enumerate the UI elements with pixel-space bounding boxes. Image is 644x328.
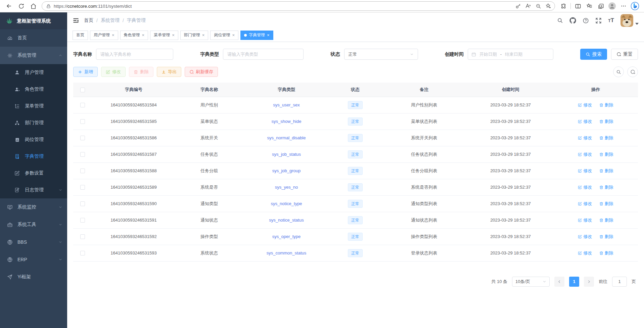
dict-type-link[interactable]: sys_show_hide bbox=[272, 119, 302, 124]
favorites-bar-icon[interactable] bbox=[584, 1, 595, 11]
reset-button[interactable]: 重置 bbox=[611, 49, 638, 60]
row-edit-link[interactable]: 修改 bbox=[578, 119, 592, 125]
row-edit-link[interactable]: 修改 bbox=[578, 201, 592, 207]
browser-refresh-button[interactable] bbox=[15, 1, 27, 11]
select-all-checkbox[interactable] bbox=[80, 88, 85, 92]
dict-type-link[interactable]: sys_job_status bbox=[272, 152, 301, 157]
delete-button[interactable]: 删除 bbox=[129, 67, 153, 77]
prev-page-button[interactable] bbox=[554, 277, 564, 287]
row-delete-link[interactable]: 删除 bbox=[599, 184, 613, 190]
row-delete-link[interactable]: 删除 bbox=[599, 250, 613, 256]
tab-role-management[interactable]: 角色管理× bbox=[120, 31, 148, 40]
tab-post-management[interactable]: 岗位管理× bbox=[210, 31, 238, 40]
dict-type-link[interactable]: sys_job_group bbox=[272, 168, 301, 173]
tab-dept-management[interactable]: 部门管理× bbox=[180, 31, 209, 40]
password-key-icon[interactable] bbox=[513, 2, 523, 10]
sidebar-item-param-settings[interactable]: 参数设置 bbox=[0, 165, 67, 182]
sidebar-item-yi-framework[interactable]: Yi框架 bbox=[0, 268, 67, 286]
next-page-button[interactable] bbox=[584, 277, 594, 287]
add-button[interactable]: 新增 bbox=[73, 67, 98, 77]
close-tab-icon[interactable]: × bbox=[232, 33, 235, 38]
close-tab-icon[interactable]: × bbox=[172, 33, 175, 38]
dict-type-link[interactable]: sys_notice_status bbox=[269, 218, 304, 223]
row-checkbox[interactable] bbox=[80, 103, 85, 107]
row-edit-link[interactable]: 修改 bbox=[578, 234, 592, 240]
row-edit-link[interactable]: 修改 bbox=[578, 184, 592, 190]
date-range-picker[interactable]: 开始日期 - 结束日期 bbox=[468, 49, 553, 60]
sidebar-item-system-monitor[interactable]: 系统监控 bbox=[0, 198, 67, 216]
sidebar-item-bbs[interactable]: BBS bbox=[0, 233, 67, 251]
add-favorite-icon[interactable] bbox=[543, 2, 553, 10]
refresh-table-button[interactable] bbox=[627, 66, 638, 77]
fullscreen-icon[interactable] bbox=[595, 17, 602, 24]
dict-type-link[interactable]: sys_normal_disable bbox=[267, 135, 306, 140]
sidebar-item-log-management[interactable]: 日志管理 bbox=[0, 182, 67, 198]
sidebar-item-system-tools[interactable]: 系统工具 bbox=[0, 216, 67, 233]
sidebar-item-menu-management[interactable]: 菜单管理 bbox=[0, 98, 67, 114]
browser-profile-avatar[interactable] bbox=[606, 1, 618, 11]
user-avatar[interactable] bbox=[620, 14, 639, 27]
close-tab-icon[interactable]: × bbox=[267, 33, 270, 38]
sidebar-item-system-management[interactable]: 系统管理 bbox=[0, 47, 67, 64]
extensions-icon[interactable] bbox=[558, 1, 569, 11]
page-size-select[interactable]: 10条/页 bbox=[512, 277, 550, 287]
header-search-icon[interactable] bbox=[557, 17, 563, 24]
export-button[interactable]: 导出 bbox=[157, 67, 181, 77]
row-checkbox[interactable] bbox=[80, 152, 85, 157]
refresh-cache-button[interactable]: 刷新缓存 bbox=[185, 67, 218, 77]
row-delete-link[interactable]: 删除 bbox=[599, 119, 613, 125]
show-search-toggle-button[interactable] bbox=[613, 66, 624, 77]
collapse-sidebar-icon[interactable] bbox=[73, 17, 79, 24]
sidebar-item-home[interactable]: 首页 bbox=[0, 29, 67, 47]
font-size-icon[interactable]: TT bbox=[608, 17, 614, 24]
tab-dict-management[interactable]: 字典管理× bbox=[240, 31, 273, 40]
row-checkbox[interactable] bbox=[80, 119, 85, 124]
status-select[interactable]: 正常 bbox=[344, 49, 418, 60]
row-edit-link[interactable]: 修改 bbox=[578, 102, 592, 108]
row-checkbox[interactable] bbox=[80, 136, 85, 140]
row-delete-link[interactable]: 删除 bbox=[599, 151, 613, 157]
breadcrumb-system[interactable]: 系统管理 bbox=[101, 17, 120, 24]
row-delete-link[interactable]: 删除 bbox=[599, 217, 613, 223]
address-bar[interactable]: https://ccnetcore.com:1101/system/dict bbox=[42, 1, 555, 11]
dict-type-link[interactable]: sys_yes_no bbox=[275, 185, 298, 190]
row-delete-link[interactable]: 删除 bbox=[599, 234, 613, 240]
dict-type-input[interactable] bbox=[223, 49, 304, 60]
read-aloud-icon[interactable] bbox=[523, 2, 533, 10]
split-screen-icon[interactable] bbox=[572, 1, 584, 11]
sidebar-item-user-management[interactable]: 用户管理 bbox=[0, 64, 67, 81]
row-checkbox[interactable] bbox=[80, 218, 85, 223]
row-checkbox[interactable] bbox=[80, 185, 85, 190]
row-edit-link[interactable]: 修改 bbox=[578, 168, 592, 174]
help-icon[interactable] bbox=[583, 17, 589, 24]
close-tab-icon[interactable]: × bbox=[142, 33, 145, 38]
zoom-out-icon[interactable] bbox=[533, 2, 543, 10]
tab-home[interactable]: 首页 bbox=[73, 31, 88, 40]
sidebar-item-dict-management[interactable]: 字典管理 bbox=[0, 148, 67, 165]
dict-type-link[interactable]: sys_notice_type bbox=[271, 201, 302, 206]
row-edit-link[interactable]: 修改 bbox=[578, 151, 592, 157]
sidebar-item-role-management[interactable]: 角色管理 bbox=[0, 81, 67, 98]
row-edit-link[interactable]: 修改 bbox=[578, 250, 592, 256]
dict-type-link[interactable]: sys_common_status bbox=[267, 250, 307, 255]
sidebar-item-post-management[interactable]: 岗位管理 bbox=[0, 131, 67, 148]
sidebar-item-erp[interactable]: ERP bbox=[0, 251, 67, 268]
dict-type-link[interactable]: sys_oper_type bbox=[272, 234, 301, 239]
dict-type-link[interactable]: sys_user_sex bbox=[273, 102, 300, 107]
row-edit-link[interactable]: 修改 bbox=[578, 135, 592, 141]
sidebar-item-dept-management[interactable]: 部门管理 bbox=[0, 114, 67, 131]
row-delete-link[interactable]: 删除 bbox=[599, 102, 613, 108]
goto-page-input[interactable] bbox=[612, 277, 627, 287]
dict-name-input[interactable] bbox=[96, 49, 173, 60]
tab-user-management[interactable]: 用户管理× bbox=[90, 31, 118, 40]
search-button[interactable]: 搜索 bbox=[580, 49, 607, 60]
github-icon[interactable] bbox=[569, 17, 576, 24]
row-checkbox[interactable] bbox=[80, 251, 85, 255]
page-number-1[interactable]: 1 bbox=[569, 277, 579, 287]
row-delete-link[interactable]: 删除 bbox=[599, 201, 613, 207]
row-edit-link[interactable]: 修改 bbox=[578, 217, 592, 223]
close-tab-icon[interactable]: × bbox=[202, 33, 205, 38]
bing-copilot-icon[interactable] bbox=[629, 1, 641, 11]
row-checkbox[interactable] bbox=[80, 234, 85, 239]
row-checkbox[interactable] bbox=[80, 201, 85, 206]
